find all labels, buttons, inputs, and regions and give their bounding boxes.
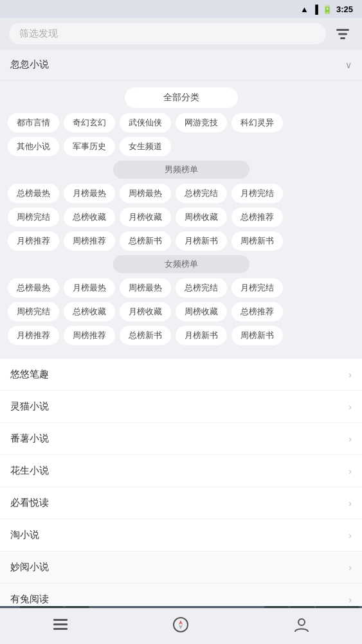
list-item-label: 淘小说: [10, 529, 39, 541]
main-content: 忽忽小说 ∨ 全部分类 都市言情 奇幻玄幻 武侠仙侠 网游竞技 科幻灵异 其他小…: [0, 49, 362, 606]
all-categories-row: 全部分类: [8, 87, 354, 108]
svg-rect-0: [336, 29, 349, 31]
male-rank-row3: 月榜推荐 周榜推荐 总榜新书 月榜新书 周榜新书: [8, 231, 354, 251]
list-item-label: 必看悦读: [10, 497, 49, 509]
filter-icon[interactable]: [332, 24, 353, 44]
list-item-youyou[interactable]: 悠悠笔趣 ›: [0, 359, 362, 391]
tag-m-zhoubang-xinshu[interactable]: 周榜新书: [231, 231, 283, 251]
tag-f-yuebang-tuijian[interactable]: 月榜推荐: [8, 326, 59, 345]
huhuxiaoshuo-title: 忽忽小说: [10, 58, 49, 71]
svg-rect-15: [53, 619, 68, 621]
nav-profile[interactable]: [280, 613, 323, 641]
chevron-right-icon: ›: [348, 434, 352, 444]
tag-wuxia[interactable]: 武侠仙侠: [120, 113, 171, 132]
genre-tags-row2: 其他小说 军事历史 女生频道: [8, 137, 354, 156]
tag-junshi[interactable]: 军事历史: [64, 137, 115, 156]
tag-m-zongbang-shoucang[interactable]: 总榜收藏: [64, 208, 115, 227]
nav-bookshelf[interactable]: [39, 614, 82, 640]
male-section-label-row: 男频榜单: [8, 161, 354, 179]
tag-f-yuebang-shoucang[interactable]: 月榜收藏: [120, 302, 171, 321]
list-item-miaoyue[interactable]: 妙阅小说 ›: [0, 551, 362, 584]
tag-wangyou[interactable]: 网游竞技: [176, 113, 227, 132]
tag-f-zhoubang-re[interactable]: 周榜最热: [120, 278, 171, 298]
chevron-right-icon: ›: [348, 498, 352, 508]
list-item-label: 灵猫小说: [10, 400, 49, 413]
tag-f-yuebang-xinshu[interactable]: 月榜新书: [176, 326, 227, 345]
nav-discover[interactable]: [159, 613, 202, 641]
chevron-right-icon: ›: [348, 370, 352, 380]
tag-f-yuebang-re[interactable]: 月榜最热: [64, 278, 115, 298]
tag-m-yuebang-re[interactable]: 月榜最热: [64, 184, 115, 203]
battery-icon: 🔋: [322, 4, 332, 14]
tag-f-zongbang-re[interactable]: 总榜最热: [8, 278, 59, 298]
tag-f-zongbang-shoucang[interactable]: 总榜收藏: [64, 302, 115, 321]
female-section-label: 女频榜单: [113, 255, 249, 273]
male-rank-row1: 总榜最热 月榜最热 周榜最热 总榜完结 月榜完结: [8, 184, 354, 203]
tag-m-yuebang-wanjie[interactable]: 月榜完结: [231, 184, 283, 203]
tag-f-zongbang-xinshu[interactable]: 总榜新书: [120, 326, 171, 345]
huhuxiaoshuo-section: 忽忽小说 ∨ 全部分类 都市言情 奇幻玄幻 武侠仙侠 网游竞技 科幻灵异 其他小…: [0, 49, 362, 359]
tag-f-zhoubang-tuijian[interactable]: 周榜推荐: [64, 326, 115, 345]
list-item-lingmao[interactable]: 灵猫小说 ›: [0, 391, 362, 423]
compass-icon: [172, 616, 189, 637]
tag-kehuan[interactable]: 科幻灵异: [231, 113, 283, 132]
chevron-right-icon: ›: [348, 562, 352, 573]
signal-icon: ▐: [312, 4, 318, 14]
list-item-fanshu[interactable]: 番薯小说 ›: [0, 423, 362, 455]
search-placeholder: 筛选发现: [19, 28, 58, 40]
tag-m-zhoubang-wanjie[interactable]: 周榜完结: [8, 208, 59, 227]
tag-m-zongbang-tuijian[interactable]: 总榜推荐: [231, 208, 283, 227]
tag-nvsheng[interactable]: 女生频道: [120, 137, 171, 156]
tag-qita[interactable]: 其他小说: [8, 137, 59, 156]
list-item-huasheng[interactable]: 花生小说 ›: [0, 455, 362, 487]
tag-m-zongbang-re[interactable]: 总榜最热: [8, 184, 59, 203]
female-rank-row2: 周榜完结 总榜收藏 月榜收藏 周榜收藏 总榜推荐: [8, 302, 354, 321]
chevron-right-icon: ›: [348, 595, 352, 605]
tag-m-yuebang-xinshu[interactable]: 月榜新书: [176, 231, 227, 251]
all-categories-tag[interactable]: 全部分类: [125, 87, 238, 108]
tag-m-yuebang-shoucang[interactable]: 月榜收藏: [120, 208, 171, 227]
list-item-label: 有兔阅读: [10, 593, 49, 605]
genre-tags-row1: 都市言情 奇幻玄幻 武侠仙侠 网游竞技 科幻灵异: [8, 113, 354, 132]
tags-section: 全部分类 都市言情 奇幻玄幻 武侠仙侠 网游竞技 科幻灵异 其他小说 军事历史 …: [0, 81, 362, 359]
chevron-right-icon: ›: [348, 530, 352, 541]
app-list: 悠悠笔趣 › 灵猫小说 › 番薯小说 › 花生小说 › 必看悦读 › 淘小说 ›…: [0, 359, 362, 606]
tag-f-zhoubang-xinshu[interactable]: 周榜新书: [231, 326, 283, 345]
bottom-nav: [0, 608, 362, 644]
tag-qihuan[interactable]: 奇幻玄幻: [64, 113, 115, 132]
wifi-icon: ▲: [300, 4, 309, 14]
female-rank-row3: 月榜推荐 周榜推荐 总榜新书 月榜新书 周榜新书: [8, 326, 354, 345]
tag-m-yuebang-tuijian[interactable]: 月榜推荐: [8, 231, 59, 251]
list-item-label: 花生小说: [10, 465, 49, 477]
tag-f-zhoubang-shoucang[interactable]: 周榜收藏: [176, 302, 227, 321]
list-item-label: 妙阅小说: [10, 561, 49, 573]
tag-f-zhoubang-wanjie[interactable]: 周榜完结: [8, 302, 59, 321]
tag-m-zhoubang-tuijian[interactable]: 周榜推荐: [64, 231, 115, 251]
tag-m-zongbang-wanjie[interactable]: 总榜完结: [176, 184, 227, 203]
female-rank-row1: 总榜最热 月榜最热 周榜最热 总榜完结 月榜完结: [8, 278, 354, 298]
bookshelf-icon: [52, 618, 69, 636]
time: 3:25: [336, 4, 353, 14]
list-item-label: 悠悠笔趣: [10, 368, 49, 380]
profile-icon: [293, 616, 310, 637]
svg-rect-1: [338, 33, 347, 35]
search-input[interactable]: 筛选发现: [9, 23, 326, 44]
svg-rect-17: [53, 628, 68, 630]
list-item-youtu[interactable]: 有兔阅读 ›: [0, 584, 362, 606]
chevron-right-icon: ›: [348, 402, 352, 412]
search-bar: 筛选发现: [0, 18, 362, 49]
svg-point-21: [298, 619, 305, 625]
male-section-label: 男频榜单: [113, 161, 249, 179]
tag-dushi[interactable]: 都市言情: [8, 113, 59, 132]
tag-m-zongbang-xinshu[interactable]: 总榜新书: [120, 231, 171, 251]
huhuxiaoshuo-header[interactable]: 忽忽小说 ∨: [0, 49, 362, 80]
svg-point-18: [174, 618, 188, 632]
chevron-down-icon: ∨: [345, 60, 352, 70]
tag-m-zhoubang-shoucang[interactable]: 周榜收藏: [176, 208, 227, 227]
tag-m-zhoubang-re[interactable]: 周榜最热: [120, 184, 171, 203]
list-item-tao[interactable]: 淘小说 ›: [0, 519, 362, 551]
list-item-bikan[interactable]: 必看悦读 ›: [0, 487, 362, 519]
tag-f-zongbang-wanjie[interactable]: 总榜完结: [176, 278, 227, 298]
tag-f-yuebang-wanjie[interactable]: 月榜完结: [231, 278, 283, 298]
tag-f-zongbang-tuijian[interactable]: 总榜推荐: [231, 302, 283, 321]
